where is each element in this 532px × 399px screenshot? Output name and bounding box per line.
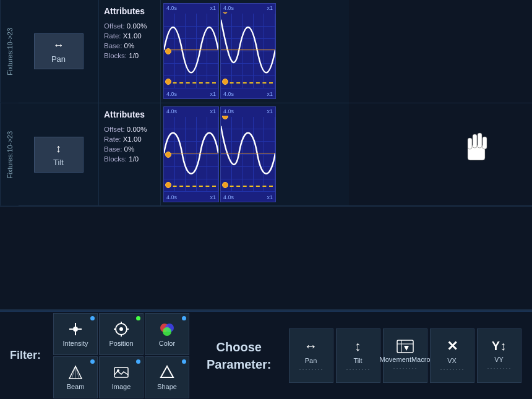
param-movementmacro-label: MovementMacro <box>380 356 431 363</box>
chart-tilt-1-dot2 <box>165 182 171 188</box>
chart-tilt-2-dotline <box>223 186 273 187</box>
attributes-title-2: Attributes <box>104 109 155 119</box>
beam-dot <box>90 359 95 364</box>
choose-line2: Parameter: <box>207 356 272 373</box>
param-tilt-button[interactable]: ↕ Tilt · · · · · · · · <box>336 328 380 383</box>
svg-rect-5 <box>473 134 477 148</box>
chart-pan-1-bl: 4.0s <box>166 91 177 97</box>
offset-line-2: Offset: 0.00% <box>104 126 155 133</box>
pan-icon: ↔ <box>53 39 64 52</box>
chart-tilt-1-footer: 4.0s x1 <box>164 193 218 202</box>
empty-cell-1 <box>349 0 532 103</box>
param-vy-button[interactable]: Y↕ VY · · · · · · · · <box>477 328 521 383</box>
chart-tilt-2-br: x1 <box>267 194 273 200</box>
chart-tilt-1-tr: x1 <box>210 108 216 114</box>
svg-marker-29 <box>161 366 173 377</box>
attributes-area-2: Attributes Offset: 0.00% Rate: X1.00 Bas… <box>99 103 161 206</box>
charts-area-2: 4.0s x1 4.0s x1 <box>161 103 349 206</box>
intensity-label: Intensity <box>63 340 88 347</box>
param-vy-icon: Y↕ <box>492 339 506 353</box>
offset-line-1: Offset: 0.00% <box>104 22 155 30</box>
chart-pan-2-tr: x1 <box>267 5 273 11</box>
filter-shape[interactable]: Shape <box>145 356 189 398</box>
chart-pan-2-bl: 4.0s <box>223 91 234 97</box>
attributes-title-1: Attributes <box>104 6 155 16</box>
svg-rect-6 <box>478 133 482 148</box>
fixture-button-area-1: ↔ Pan <box>19 0 99 103</box>
chart-pan-2[interactable]: 4.0s x1 4.0s x1 <box>220 3 276 99</box>
param-pan-icon: ↔ <box>304 338 318 354</box>
param-tilt-label: Tilt <box>353 357 362 364</box>
filter-beam[interactable]: Beam <box>53 356 98 398</box>
chart-tilt-1-br: x1 <box>210 194 216 200</box>
blocks-line-2: Blocks: 1/0 <box>104 155 155 163</box>
intensity-icon <box>67 320 84 338</box>
chart-tilt-1[interactable]: 4.0s x1 4.0s x1 <box>163 106 219 202</box>
color-label: Color <box>159 340 175 347</box>
chart-pan-1-tl: 4.0s <box>166 5 177 11</box>
beam-label: Beam <box>67 383 85 390</box>
param-vx-icon: ✕ <box>447 338 458 354</box>
filter-position[interactable]: Position <box>99 313 144 355</box>
filter-label: Filter: <box>0 349 51 362</box>
chart-tilt-1-svg <box>164 117 218 189</box>
shape-label: Shape <box>157 383 177 390</box>
chart-tilt-2-tr: x1 <box>267 108 273 114</box>
param-movementmacro-sublabel: · · · · · · · · <box>393 366 417 372</box>
position-icon <box>113 320 130 338</box>
chart-pan-2-dotline <box>223 82 273 84</box>
pan-button[interactable]: ↔ Pan <box>34 33 84 69</box>
param-pan-label: Pan <box>305 357 317 364</box>
param-movementmacro-button[interactable]: MovementMacro · · · · · · · · <box>383 328 427 383</box>
param-vx-button[interactable]: ✕ VX · · · · · · · · <box>430 328 474 383</box>
chart-pan-1-dot <box>165 48 171 54</box>
param-buttons: ↔ Pan · · · · · · · · ↕ Tilt · · · · · ·… <box>286 326 524 385</box>
choose-line1: Choose <box>217 338 262 356</box>
filter-intensity[interactable]: Intensity <box>53 313 98 355</box>
chart-tilt-1-dotline <box>166 186 216 187</box>
fixture-label-2: Fixtures:10->23 <box>0 103 19 206</box>
svg-rect-8 <box>483 137 487 149</box>
pan-label: Pan <box>51 54 66 64</box>
color-dot <box>182 316 186 320</box>
color-icon <box>158 320 176 338</box>
rate-line-1: Rate: X1.00 <box>104 32 155 40</box>
fixture-row-tilt: Fixtures:10->23 ↕ Tilt Attributes Offset… <box>0 103 532 207</box>
position-dot <box>136 316 140 320</box>
chart-pan-1-footer: 4.0s x1 <box>164 90 218 98</box>
chart-tilt-1-tl: 4.0s <box>166 108 177 114</box>
bottom-bar: Filter: Intensity <box>0 311 532 399</box>
attributes-area-1: Attributes Offset: 0.00% Rate: X1.00 Bas… <box>99 0 161 103</box>
chart-pan-1[interactable]: 4.0s x1 4.0s x1 <box>163 3 219 99</box>
svg-marker-33 <box>404 346 409 351</box>
fixture-row-pan: Fixtures:10->23 ↔ Pan Attributes Offset:… <box>0 0 532 103</box>
chart-pan-1-tr: x1 <box>210 5 216 11</box>
tilt-label: Tilt <box>53 158 64 167</box>
svg-rect-4 <box>468 145 485 160</box>
shape-dot <box>182 359 186 364</box>
svg-point-13 <box>73 327 78 332</box>
intensity-dot <box>90 316 95 320</box>
rate-line-2: Rate: X1.00 <box>104 135 155 143</box>
param-pan-button[interactable]: ↔ Pan · · · · · · · · <box>289 328 333 383</box>
param-vx-sublabel: · · · · · · · · <box>440 367 464 373</box>
chart-tilt-2-dot2 <box>222 182 228 188</box>
chart-tilt-2-bl: 4.0s <box>223 194 234 200</box>
chart-pan-2-svg <box>221 14 275 86</box>
param-tilt-icon: ↕ <box>354 338 361 354</box>
svg-rect-7 <box>468 138 472 149</box>
chart-tilt-1-dot <box>165 152 171 158</box>
param-vy-sublabel: · · · · · · · · <box>487 366 511 372</box>
charts-area-1: 4.0s x1 4.0s x1 <box>161 0 349 103</box>
fixture-label-1: Fixtures:10->23 <box>0 0 19 103</box>
filter-image[interactable]: Image <box>99 356 144 398</box>
empty-row-3 <box>0 206 532 309</box>
param-tilt-sublabel: · · · · · · · · <box>346 367 370 373</box>
chart-pan-1-br: x1 <box>210 91 216 97</box>
tilt-button[interactable]: ↕ Tilt <box>34 137 84 173</box>
filter-color[interactable]: Color <box>145 313 189 355</box>
filter-grid: Intensity Position Color <box>51 311 192 400</box>
chart-tilt-2[interactable]: 4.0s x1 4.0s x1 <box>220 106 276 202</box>
chart-tilt-2-header: 4.0s x1 <box>221 107 275 116</box>
chart-tilt-2-svg <box>221 117 275 189</box>
